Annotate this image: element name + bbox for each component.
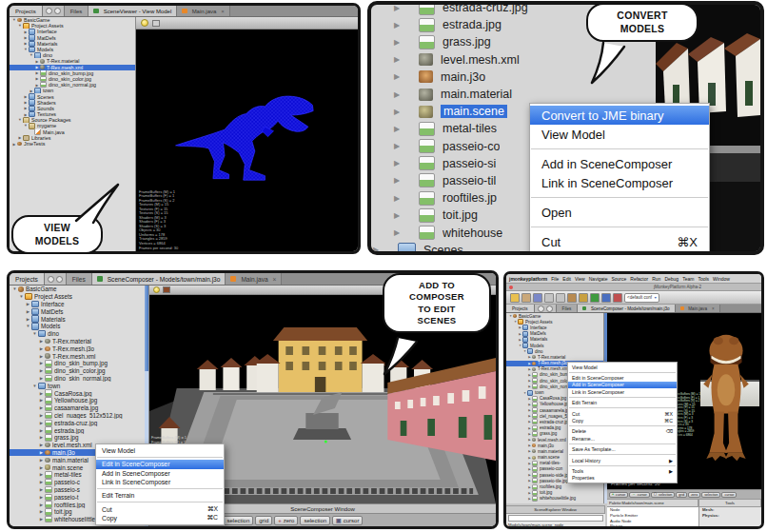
expand-arrow-icon[interactable]: ▶	[38, 361, 45, 365]
expand-arrow-icon[interactable]: ▼	[25, 324, 31, 328]
camera-icon[interactable]	[152, 20, 160, 27]
expand-arrow-icon[interactable]: ▶	[38, 421, 45, 425]
file-item-main-material[interactable]: ▶main.material	[371, 86, 657, 103]
menu-item-tools[interactable]: Tools▶	[568, 467, 677, 474]
tree-item-casarosa-jpg[interactable]: ▶CasaRosa.jpg	[10, 389, 148, 397]
sceneviewer-viewport[interactable]: FrameBuffers (M) = 1FrameBuffers (F) = 1…	[136, 30, 358, 252]
scene-node-models-town-main-scene-node[interactable]: Models/town/main-scene_node	[508, 522, 605, 527]
expand-arrow-icon[interactable]: ▶	[394, 194, 409, 203]
tree-item-dino-skin-color-jpg[interactable]: ▶dino_skin_color.jpg	[10, 367, 148, 375]
tree-item-models[interactable]: ▼Models	[10, 323, 148, 330]
expand-arrow-icon[interactable]: ▶	[38, 450, 45, 455]
window-buttons[interactable]	[43, 6, 65, 16]
expand-arrow-icon[interactable]: ▶	[38, 391, 45, 396]
expand-arrow-icon[interactable]: ▶	[38, 354, 45, 359]
expand-arrow-icon[interactable]: ▶	[394, 72, 409, 81]
tree-item-t-rex-material[interactable]: ▶T-Rex.material	[10, 338, 148, 345]
tree-item-grass-jpg[interactable]: ▶grass.jpg	[10, 434, 148, 442]
tree-item-matdefs[interactable]: ▶MatDefs	[10, 307, 148, 315]
toolbar-button-cursor[interactable]: cursor	[721, 492, 737, 498]
tree-item-t-rex-mesh-j3o[interactable]: ▶T-Rex.mesh.j3o	[10, 345, 148, 352]
toolbar-button-cursor[interactable]: →cursor	[629, 492, 650, 498]
expand-arrow-icon[interactable]: ▶	[38, 458, 45, 463]
palette-item-picture[interactable]: Picture	[610, 523, 698, 529]
scene-explorer-combo[interactable]	[508, 515, 603, 522]
debug-icon[interactable]	[601, 293, 611, 303]
menu-item-cut[interactable]: Cut⌘X	[568, 410, 677, 417]
menu-item-link-in-scenecomposer[interactable]: Link in SceneComposer	[530, 173, 709, 192]
expand-arrow-icon[interactable]: ▼	[31, 331, 38, 336]
scene-explorer-header[interactable]: SceneExplorer Window	[506, 505, 605, 514]
expand-arrow-icon[interactable]: ▶	[38, 465, 45, 470]
expand-arrow-icon[interactable]: ▶	[394, 55, 409, 64]
tree-item-basicgame[interactable]: ▼BasicGame	[10, 286, 148, 293]
menu-item-cut[interactable]: Cut⌘X	[530, 232, 709, 251]
menu-item-edit-terrain[interactable]: Edit Terrain	[96, 491, 224, 500]
expand-arrow-icon[interactable]: ▼	[18, 294, 25, 299]
expand-arrow-icon[interactable]: ▶	[38, 502, 45, 507]
menu-item-copy[interactable]: Copy⌘C	[568, 417, 677, 424]
new-file-icon[interactable]	[510, 293, 520, 303]
expand-arrow-icon[interactable]: ▶	[394, 125, 409, 133]
close-window-icon[interactable]	[509, 286, 513, 289]
toolbar-button-grid[interactable]: grid	[255, 516, 272, 525]
menu-item-edit-in-scenecomposer[interactable]: Edit in SceneComposer	[96, 460, 224, 468]
menu-item-edit-terrain[interactable]: Edit Terrain	[568, 400, 677, 406]
expand-arrow-icon[interactable]: ▶	[38, 398, 45, 403]
expand-arrow-icon[interactable]: ▶	[38, 443, 45, 447]
expand-arrow-icon[interactable]: ▶	[25, 309, 31, 314]
menu-item-copy[interactable]: Copy⌘C	[96, 514, 224, 522]
menu-edit[interactable]: Edit	[562, 276, 571, 282]
menu-item-delete[interactable]: Delete⌫	[568, 428, 677, 435]
toolbar-button-selection[interactable]: selection	[701, 492, 720, 498]
menu-item-link-in-scenecomposer[interactable]: Link in SceneComposer	[96, 478, 224, 486]
menu-item-save-as-template[interactable]: Save As Template...	[568, 446, 677, 453]
close-tab-icon[interactable]: ×	[273, 276, 277, 283]
menu-team[interactable]: Team	[682, 276, 694, 282]
tree-item-jmetests[interactable]: ▶JmeTests	[10, 141, 135, 147]
menu-window[interactable]: Window	[713, 276, 730, 282]
tools-header[interactable]: Tools	[699, 499, 761, 507]
menu-tools[interactable]: Tools	[698, 276, 709, 282]
toolbar-button-cursor[interactable]: +cursor	[609, 492, 628, 498]
menu-item-edit-in-scenecomposer[interactable]: Edit in SceneComposer	[568, 374, 677, 381]
menu-view[interactable]: View	[575, 276, 585, 282]
expand-arrow-icon[interactable]: ▶	[38, 495, 45, 500]
window-buttons[interactable]	[535, 305, 557, 312]
palette-header[interactable]: Palette:Models/town/main-scene	[607, 499, 698, 507]
tree-item-town[interactable]: ▼town	[10, 382, 148, 389]
expand-arrow-icon[interactable]: ▼	[11, 286, 18, 291]
lightbulb-icon[interactable]	[153, 286, 160, 293]
expand-arrow-icon[interactable]: ▶	[394, 21, 409, 30]
expand-arrow-icon[interactable]: ▶	[38, 428, 45, 433]
expand-arrow-icon[interactable]: ▶	[394, 38, 409, 47]
tab-projects[interactable]: Projects	[10, 6, 43, 16]
tree-item-project-assets[interactable]: ▼Project Assets	[10, 293, 148, 301]
menu-navigate[interactable]: Navigate	[589, 276, 608, 282]
menu-item-open[interactable]: Open	[530, 203, 709, 222]
menu-item-rename[interactable]: Rename...	[568, 435, 677, 442]
expand-arrow-icon[interactable]: ▶	[38, 376, 45, 381]
menu-item-properties[interactable]: Properties	[568, 475, 677, 482]
menu-item-convert-to-jme-binary[interactable]: Convert to JME binary	[530, 106, 709, 125]
menu-file[interactable]: File	[551, 276, 559, 282]
expand-arrow-icon[interactable]: ▶	[394, 108, 409, 116]
editor-tab-sceneviewer-view-model[interactable]: SceneViewer - View Model	[88, 6, 177, 16]
expand-arrow-icon[interactable]: ▼	[31, 384, 38, 388]
tree-item-interface[interactable]: ▶Interface	[10, 301, 148, 308]
menu-item-view-model[interactable]: View Model	[530, 125, 709, 144]
menu-source[interactable]: Source	[611, 276, 626, 282]
toolbar-button-selection[interactable]: selection	[300, 516, 330, 525]
expand-arrow-icon[interactable]: ▶	[38, 517, 45, 522]
expand-arrow-icon[interactable]: ▶	[373, 246, 388, 254]
menu-item-view-model[interactable]: View Model	[568, 364, 677, 370]
expand-arrow-icon[interactable]: ▶	[394, 142, 409, 150]
expand-arrow-icon[interactable]: ▶	[394, 159, 409, 167]
toolbar-button-zero[interactable]: zero	[688, 492, 700, 498]
undo-icon[interactable]	[544, 293, 554, 303]
expand-arrow-icon[interactable]: ▶	[25, 317, 31, 322]
expand-arrow-icon[interactable]: ▶	[38, 472, 45, 477]
editor-tab-main-java[interactable]: Main.java×	[226, 273, 282, 285]
redo-icon[interactable]	[556, 293, 565, 303]
material-icon[interactable]	[163, 286, 170, 293]
